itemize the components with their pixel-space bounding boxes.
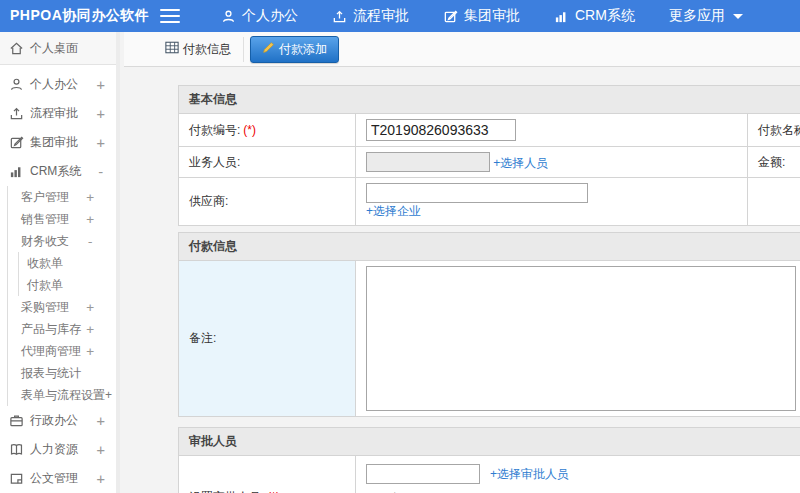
sidebar-item-admin-office[interactable]: 行政办公 + <box>0 406 116 435</box>
main-area: 付款信息 付款添加 基本信息 付款编号:(*) 付款名称: <box>124 32 800 493</box>
sidebar-item-reports-stats[interactable]: 报表与统计 <box>8 362 116 384</box>
section-title-basic: 基本信息 <box>179 86 800 114</box>
expand-toggle[interactable]: + <box>86 212 94 227</box>
approver-section: 审批人员 设置审批人员:(*) +选择审批人员 提醒审批人员: 短消息提示 注: <box>178 427 800 493</box>
nav-group-approval[interactable]: 集团审批 <box>443 7 520 25</box>
expand-toggle[interactable]: + <box>97 77 105 93</box>
sidebar-item-personal-office[interactable]: 个人办公 + <box>0 70 116 99</box>
sidebar-item-crm-system[interactable]: CRM系统 - <box>0 157 116 186</box>
section-title-approver: 审批人员 <box>179 428 800 456</box>
nav-more-apps[interactable]: 更多应用 <box>669 7 743 25</box>
expand-toggle[interactable]: + <box>97 106 105 122</box>
tab-payment-info[interactable]: 付款信息 <box>157 37 244 62</box>
table-icon <box>165 41 179 57</box>
sidebar-item-workflow-approval[interactable]: 流程审批 + <box>0 99 116 128</box>
sidebar-item-sales-mgmt[interactable]: 销售管理 + <box>8 208 116 230</box>
tab-bar: 付款信息 付款添加 <box>124 32 800 67</box>
expand-toggle[interactable]: + <box>86 344 94 359</box>
form-content: 基本信息 付款编号:(*) 付款名称:(*) 业务人员: +选择人员 金额: <box>124 67 800 493</box>
sidebar-item-form-flow-settings[interactable]: 表单与流程设置+ <box>8 384 116 406</box>
sidebar-item-customer-mgmt[interactable]: 客户管理 + <box>8 186 116 208</box>
sidebar-item-agent-mgmt[interactable]: 代理商管理 + <box>8 340 116 362</box>
chart-icon <box>554 9 569 24</box>
basic-info-section: 基本信息 付款编号:(*) 付款名称:(*) 业务人员: +选择人员 金额: <box>178 85 800 226</box>
topbar: PHPOA协同办公软件 个人办公 流程审批 集团审批 <box>0 0 800 32</box>
sidebar-item-group-approval[interactable]: 集团审批 + <box>0 128 116 157</box>
expand-toggle[interactable]: + <box>86 300 94 315</box>
memo-label-cell: 备注: <box>179 261 356 417</box>
sidebar-item-product-inventory[interactable]: 产品与库存 + <box>8 318 116 340</box>
staff-input[interactable] <box>366 152 490 172</box>
select-company-link[interactable]: +选择企业 <box>366 204 421 218</box>
required-mark: (*) <box>243 123 256 137</box>
home-icon <box>9 41 24 56</box>
briefcase-icon <box>9 413 24 428</box>
sidebar-item-purchase-mgmt[interactable]: 采购管理 + <box>8 296 116 318</box>
sidebar-item-document-mgmt[interactable]: 公文管理 + <box>0 464 116 493</box>
user-icon <box>221 9 236 24</box>
app-title: PHPOA协同办公软件 <box>0 7 160 25</box>
approver-input[interactable] <box>366 464 480 484</box>
hamburger-icon[interactable] <box>160 9 180 23</box>
nav-personal-office[interactable]: 个人办公 <box>221 7 298 25</box>
sidebar-item-payment-form[interactable]: 付款单 <box>19 274 116 296</box>
edit-icon <box>9 135 24 150</box>
finance-submenu: 收款单 付款单 <box>18 252 116 296</box>
approver-label-cell: 设置审批人员:(*) <box>179 456 356 493</box>
sidebar-item-personal-desktop[interactable]: 个人桌面 <box>0 32 116 65</box>
select-approver-link[interactable]: +选择审批人员 <box>490 466 569 483</box>
share-icon <box>9 106 24 121</box>
expand-toggle[interactable]: + <box>86 190 94 205</box>
top-nav: 个人办公 流程审批 集团审批 CRM系统 更多应用 <box>204 7 760 25</box>
payname-label-cell: 付款名称:(*) <box>748 114 800 147</box>
crm-submenu: 客户管理 + 销售管理 + 财务收支 - 收款单 付款单 采购管理 + 产品与库… <box>7 186 116 406</box>
edit-icon <box>443 9 458 24</box>
share-icon <box>332 9 347 24</box>
expand-toggle[interactable]: - <box>86 234 94 249</box>
doc-icon <box>9 471 24 486</box>
required-mark: (*) <box>267 490 280 493</box>
sidebar-item-finance[interactable]: 财务收支 - <box>8 230 116 252</box>
sidebar: 个人桌面 个人办公 + 流程审批 + 集团审批 + CRM系统 <box>0 32 120 493</box>
amount-label-cell: 金额: <box>748 147 800 178</box>
staff-label-cell: 业务人员: <box>179 147 356 178</box>
supplier-input[interactable] <box>366 183 588 203</box>
user-icon <box>9 77 24 92</box>
section-title-payment: 付款信息 <box>179 233 800 261</box>
expand-toggle[interactable]: - <box>97 164 105 180</box>
pencil-icon <box>262 41 275 57</box>
chart-icon <box>9 164 24 179</box>
expand-toggle[interactable]: + <box>97 442 105 458</box>
caret-down-icon <box>733 14 743 19</box>
expand-toggle[interactable]: + <box>86 322 94 337</box>
payment-number-input[interactable] <box>366 119 516 141</box>
memo-textarea[interactable] <box>366 266 796 411</box>
expand-toggle[interactable]: + <box>105 388 112 402</box>
nav-crm-system[interactable]: CRM系统 <box>554 7 635 25</box>
expand-toggle[interactable]: + <box>97 135 105 151</box>
tab-payment-add[interactable]: 付款添加 <box>250 36 339 63</box>
supplier-label-cell: 供应商: <box>179 178 356 226</box>
select-staff-link[interactable]: +选择人员 <box>493 156 548 170</box>
expand-toggle[interactable]: + <box>97 413 105 429</box>
book-icon <box>9 442 24 457</box>
sidebar-item-receipt-form[interactable]: 收款单 <box>19 252 116 274</box>
empty-cell <box>748 178 800 226</box>
sidebar-item-human-resources[interactable]: 人力资源 + <box>0 435 116 464</box>
payment-info-section: 付款信息 备注: <box>178 232 800 417</box>
expand-toggle[interactable]: + <box>97 471 105 487</box>
nav-workflow-approval[interactable]: 流程审批 <box>332 7 409 25</box>
payno-label-cell: 付款编号:(*) <box>179 114 356 147</box>
